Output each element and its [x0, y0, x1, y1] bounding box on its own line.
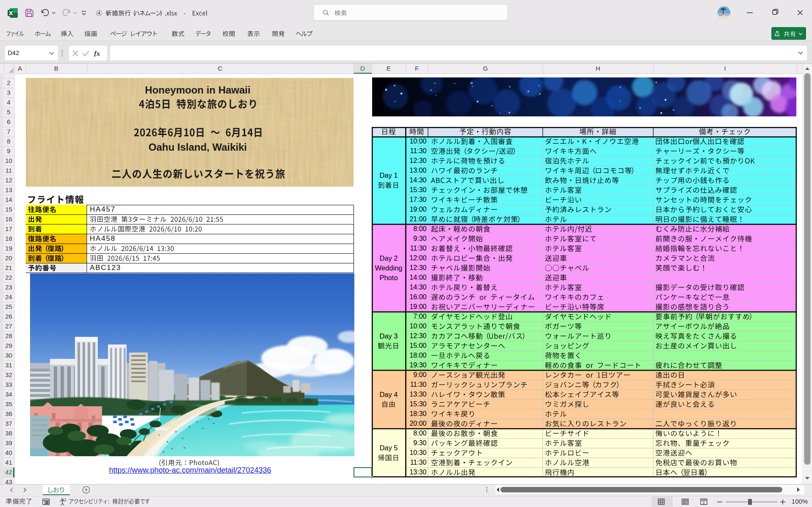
svg-text:fx: fx: [94, 50, 100, 57]
